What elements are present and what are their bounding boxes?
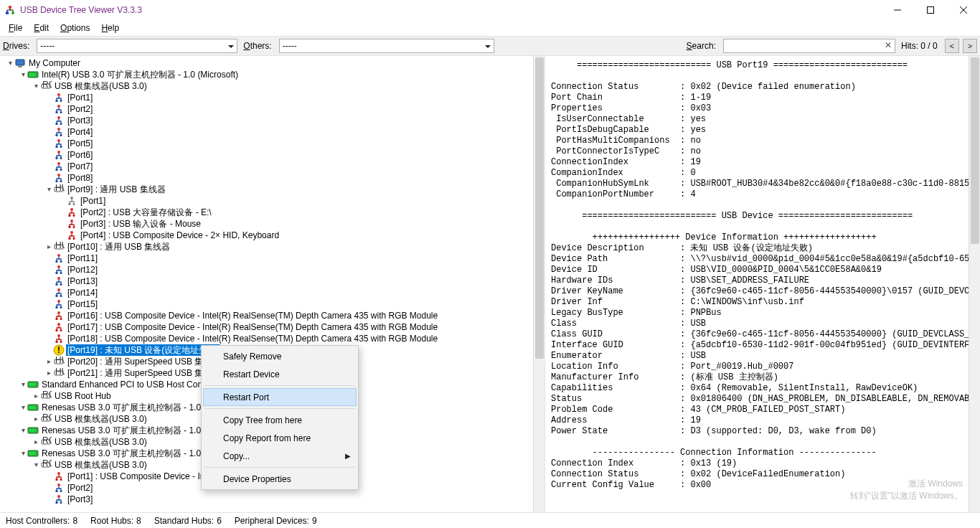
port-icon: [53, 172, 65, 184]
info-pane: ========================== USB Port19 ==…: [545, 56, 980, 512]
context-menu-item[interactable]: Copy Report from here: [203, 429, 357, 447]
info-scrollbar[interactable]: [969, 56, 980, 512]
context-menu-item[interactable]: Copy...▶: [203, 447, 357, 465]
collapse-icon[interactable]: ▾: [32, 80, 40, 92]
context-menu-separator: [204, 467, 355, 468]
svg-point-75: [57, 334, 60, 337]
tree-scrollbar[interactable]: [533, 56, 545, 512]
svg-rect-105: [56, 478, 58, 481]
tree-label: [Port19] : 未知 USB 设备(设定地址失败): [66, 344, 220, 356]
prev-hit-button[interactable]: <: [945, 39, 959, 53]
context-menu-separator: [204, 408, 355, 409]
menu-file[interactable]: File: [3, 20, 28, 36]
tree-label: USB 根集线器(USB 3.0): [53, 80, 149, 92]
expand-icon[interactable]: ▸: [32, 436, 40, 448]
collapse-icon[interactable]: ▾: [44, 184, 53, 195]
tree-row[interactable]: [Port8]: [1, 172, 533, 184]
tree-row[interactable]: ▾My Computer: [1, 57, 533, 69]
tree-row[interactable]: ▾HUB[Port9] : 通用 USB 集线器: [1, 184, 533, 195]
svg-point-49: [70, 231, 73, 234]
context-menu-separator: [204, 385, 355, 386]
tree-row[interactable]: [Port4] : USB Composite Device - 2× HID,…: [1, 230, 533, 241]
tree-row[interactable]: [Port3]: [1, 494, 533, 505]
svg-rect-7: [16, 60, 24, 65]
tree-row[interactable]: [Port18] : USB Composite Device - Intel(…: [1, 333, 533, 344]
maximize-button[interactable]: [914, 0, 947, 20]
tree-row[interactable]: [Port3]: [1, 115, 533, 126]
tree-row[interactable]: [Port2] : USB 大容量存储设备 - E:\: [1, 207, 533, 218]
port-icon: [53, 494, 65, 505]
sh-value: 6: [217, 516, 222, 526]
tree-row[interactable]: [Port12]: [1, 264, 533, 275]
expand-icon[interactable]: ▸: [44, 241, 53, 253]
drives-combo[interactable]: -----: [37, 39, 237, 53]
context-menu-item[interactable]: Safely Remove: [203, 347, 357, 365]
tree-row[interactable]: [Port11]: [1, 253, 533, 264]
collapse-icon[interactable]: ▾: [32, 459, 40, 471]
clear-search-icon[interactable]: ✕: [885, 40, 892, 50]
svg-point-72: [57, 323, 60, 326]
tree-row[interactable]: [Port6]: [1, 149, 533, 161]
tree-row[interactable]: ▾ROOTUSB 根集线器(USB 3.0): [1, 80, 533, 92]
menu-help[interactable]: Help: [95, 20, 125, 36]
svg-point-71: [60, 318, 62, 320]
menu-edit[interactable]: Edit: [28, 20, 55, 36]
tree-label: [Port12]: [66, 264, 99, 275]
svg-rect-36: [56, 180, 58, 182]
close-button[interactable]: [947, 0, 980, 20]
expand-icon[interactable]: ▸: [32, 413, 40, 425]
svg-point-106: [60, 478, 62, 481]
svg-rect-10: [29, 73, 32, 76]
context-menu-item[interactable]: Device Properties: [203, 470, 357, 488]
tree-row[interactable]: [Port2]: [1, 103, 533, 115]
dev-icon: [53, 310, 65, 321]
svg-point-20: [57, 116, 60, 119]
tree-row[interactable]: [Port15]: [1, 298, 533, 310]
context-menu-item[interactable]: Restart Port: [203, 388, 357, 406]
svg-rect-108: [56, 490, 58, 492]
context-menu-item[interactable]: Copy Tree from here: [203, 411, 357, 429]
tree-row[interactable]: [Port1]: [1, 92, 533, 103]
search-input[interactable]: ✕: [723, 39, 895, 53]
svg-rect-85: [29, 383, 32, 386]
info-text[interactable]: ========================== USB Port19 ==…: [545, 56, 969, 512]
others-label: Others:: [243, 41, 271, 51]
svg-point-0: [9, 6, 11, 9]
hub-icon: HUB: [53, 367, 65, 379]
menu-options[interactable]: Options: [55, 20, 95, 36]
dev-icon: [66, 230, 77, 241]
tree-row[interactable]: ▸HUB[Port10] : 通用 USB 集线器: [1, 241, 533, 253]
tree-row[interactable]: [Port17] : USB Composite Device - Intel(…: [1, 321, 533, 333]
next-hit-button[interactable]: >: [963, 39, 977, 53]
collapse-icon[interactable]: ▾: [19, 379, 27, 390]
expand-icon[interactable]: ▸: [44, 356, 53, 367]
expand-icon[interactable]: ▸: [32, 390, 40, 402]
tree-label: [Port18] : USB Composite Device - Intel(…: [66, 333, 439, 344]
tree-row[interactable]: ▾Intel(R) USB 3.0 可扩展主机控制器 - 1.0 (Micros…: [1, 69, 533, 80]
tree-row[interactable]: [Port16] : USB Composite Device - Intel(…: [1, 310, 533, 321]
tree-row[interactable]: [Port1]: [1, 195, 533, 207]
collapse-icon[interactable]: ▾: [6, 57, 14, 69]
tree-row[interactable]: [Port4]: [1, 126, 533, 138]
svg-point-62: [60, 283, 62, 286]
collapse-icon[interactable]: ▾: [19, 69, 27, 80]
collapse-icon[interactable]: ▾: [19, 425, 27, 436]
tree-row[interactable]: [Port5]: [1, 138, 533, 149]
svg-rect-30: [56, 157, 58, 159]
expand-icon[interactable]: ▸: [44, 367, 53, 379]
collapse-icon[interactable]: ▾: [19, 448, 27, 459]
tree-row[interactable]: [Port7]: [1, 161, 533, 172]
tree-row[interactable]: [Port3] : USB 输入设备 - Mouse: [1, 218, 533, 230]
svg-rect-86: [32, 383, 34, 386]
tree-row[interactable]: [Port14]: [1, 287, 533, 298]
minimize-button[interactable]: [881, 0, 914, 20]
svg-point-28: [60, 146, 62, 148]
dev-icon: [66, 207, 77, 218]
svg-rect-111: [56, 501, 58, 504]
tree-row[interactable]: [Port13]: [1, 275, 533, 287]
others-combo[interactable]: -----: [279, 39, 494, 53]
tree-label: [Port8]: [66, 172, 94, 184]
collapse-icon[interactable]: ▾: [19, 402, 27, 413]
svg-rect-96: [32, 429, 34, 432]
context-menu-item[interactable]: Restart Device: [203, 365, 357, 383]
